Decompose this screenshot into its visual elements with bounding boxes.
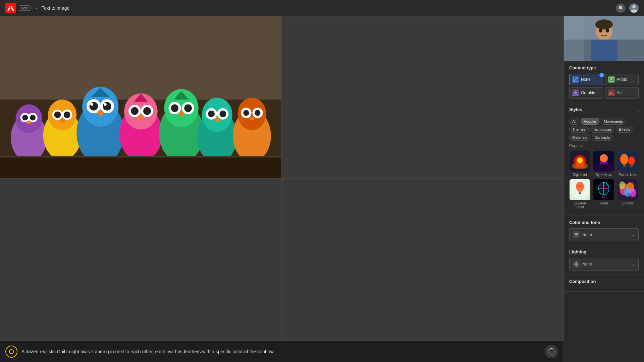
chaotic-thumb (618, 179, 638, 200)
content-type-none[interactable]: None ✓ (569, 74, 603, 85)
none-type-icon (572, 76, 579, 83)
color-tone-dropdown[interactable]: None ⌄ (569, 228, 639, 241)
svg-point-16 (54, 112, 61, 118)
svg-point-55 (255, 110, 260, 116)
svg-point-131 (575, 235, 577, 237)
webcam-preview: ⌄ (564, 16, 644, 61)
filter-materials[interactable]: Materials (569, 134, 590, 141)
photo-label: Photo (617, 77, 627, 82)
filter-popular[interactable]: Popular (581, 118, 599, 125)
style-palette-knife[interactable]: Palette knife (617, 151, 639, 177)
back-button[interactable]: ‹ (35, 4, 39, 12)
color-tone-section: Color and tone None ⌄ (564, 216, 644, 245)
digital-art-thumb (570, 151, 590, 172)
svg-point-24 (90, 103, 93, 106)
content-type-art[interactable]: Art (605, 87, 639, 99)
svg-point-124 (619, 181, 625, 189)
palette-knife-thumb (618, 151, 638, 172)
neon-thumb (593, 179, 614, 200)
canvas-area (0, 16, 564, 362)
photo-type-icon (608, 76, 615, 83)
svg-point-28 (97, 110, 104, 116)
style-synthwave[interactable]: Synthwave (593, 151, 615, 177)
styles-header: Styles › (569, 107, 639, 115)
webcam-chevron-icon[interactable]: ⌄ (637, 52, 642, 59)
prompt-input[interactable] (21, 349, 541, 354)
grid-cell-topleft (0, 16, 282, 178)
content-type-grid: None ✓ Photo (569, 74, 639, 99)
svg-rect-66 (564, 16, 584, 61)
content-type-title: Content type (569, 65, 639, 70)
webcam-image (564, 16, 644, 61)
layered-paper-thumb (570, 179, 590, 200)
svg-rect-97 (623, 165, 626, 167)
lighting-section: Lighting None ⌄ (564, 245, 644, 275)
styles-collapse-icon[interactable]: › (637, 109, 639, 114)
svg-point-78 (610, 93, 611, 94)
svg-point-63 (595, 19, 613, 29)
chaotic-label: Chaotic (622, 201, 634, 205)
svg-point-46 (208, 111, 215, 117)
svg-point-48 (219, 111, 226, 117)
synthwave-thumb (593, 151, 614, 172)
styles-title: Styles (569, 107, 582, 112)
notification-icon[interactable] (616, 3, 625, 13)
svg-rect-110 (579, 192, 581, 194)
svg-rect-57 (0, 157, 281, 178)
svg-point-12 (26, 121, 31, 124)
svg-point-2 (631, 9, 637, 13)
svg-point-39 (171, 104, 178, 112)
svg-point-27 (104, 103, 107, 106)
lighting-title: Lighting (569, 249, 639, 254)
art-type-icon (608, 89, 615, 96)
graphic-label: Graphic (581, 90, 595, 95)
svg-point-89 (600, 154, 608, 162)
filter-movements[interactable]: Movements (601, 118, 626, 125)
svg-point-26 (103, 102, 111, 111)
layered-paper-label: Layered paper (569, 201, 591, 209)
content-type-section: Content type None ✓ (564, 61, 644, 103)
lighting-dropdown[interactable]: None ⌄ (569, 258, 639, 270)
svg-point-72 (610, 78, 612, 80)
svg-rect-62 (591, 40, 618, 61)
main-layout: ⌄ Content type None ✓ (0, 16, 644, 362)
svg-point-65 (606, 28, 609, 33)
svg-point-42 (178, 112, 184, 116)
filter-all[interactable]: All (569, 118, 579, 125)
style-chaotic[interactable]: Chaotic (617, 179, 639, 209)
synthwave-label: Synthwave (596, 173, 612, 177)
style-layered-paper[interactable]: Layered paper (569, 179, 591, 209)
composition-section: Composition (564, 275, 644, 292)
svg-point-76 (575, 92, 577, 94)
topbar: Beta ‹ Text to image (0, 0, 644, 16)
style-digital-art[interactable]: Digital art (569, 151, 591, 177)
svg-point-9 (22, 115, 28, 121)
art-label: Art (617, 90, 622, 95)
filter-techniques[interactable]: Techniques (590, 126, 615, 133)
none-label: None (581, 77, 591, 82)
svg-point-34 (143, 107, 151, 115)
generate-button[interactable] (545, 345, 558, 358)
filter-effects[interactable]: Effects (616, 126, 633, 133)
owls-image (0, 16, 281, 178)
svg-point-41 (184, 104, 192, 112)
grid-cell-bottomleft (0, 178, 282, 341)
svg-point-32 (131, 107, 139, 115)
style-neon[interactable]: Neon (593, 179, 615, 209)
prompt-icon[interactable] (5, 346, 17, 358)
content-type-photo[interactable]: Photo (605, 74, 639, 85)
lighting-value: None (582, 262, 592, 266)
svg-point-23 (90, 102, 98, 111)
page-title: Text to image (42, 5, 69, 11)
content-type-graphic[interactable]: Graphic (569, 87, 603, 99)
user-avatar[interactable] (629, 3, 639, 13)
none-check-badge: ✓ (599, 73, 604, 77)
svg-point-125 (630, 188, 636, 197)
filter-themes[interactable]: Themes (569, 126, 589, 133)
svg-point-19 (59, 118, 65, 123)
popular-label: Popular (569, 143, 639, 148)
topbar-right (616, 3, 639, 13)
svg-point-82 (577, 158, 583, 163)
filter-concepts[interactable]: Concepts (592, 134, 613, 141)
adobe-logo-icon (5, 3, 16, 13)
